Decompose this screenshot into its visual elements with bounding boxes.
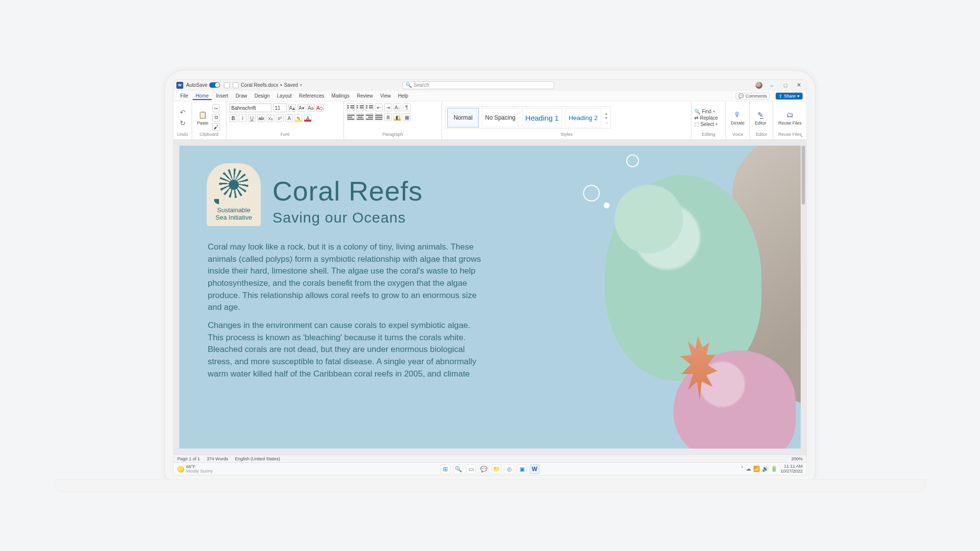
paste-button[interactable]: 📋 Paste	[195, 109, 210, 125]
comments-button[interactable]: 💬 Comments	[735, 93, 770, 100]
show-marks-icon[interactable]: ¶	[403, 103, 411, 111]
onedrive-icon[interactable]: ☁	[746, 466, 751, 472]
style-normal[interactable]: Normal	[447, 108, 479, 127]
font-family-select[interactable]	[229, 103, 271, 112]
battery-icon[interactable]: 🔋	[771, 466, 778, 472]
increase-indent-icon[interactable]: ⇥	[384, 103, 392, 111]
save-button-icon[interactable]	[224, 82, 230, 88]
tab-references[interactable]: References	[296, 92, 327, 100]
zoom-level[interactable]: 200%	[791, 456, 803, 461]
numbering-icon[interactable]	[356, 103, 364, 111]
align-right-icon[interactable]	[366, 113, 373, 121]
task-view-icon[interactable]: ▭	[466, 464, 476, 474]
toggle-switch-icon[interactable]	[209, 82, 220, 88]
borders-icon[interactable]: ▦	[403, 113, 411, 121]
document-paragraph-1[interactable]: Coral may look like a rock, but it is a …	[208, 241, 482, 314]
taskbar-search-icon[interactable]: 🔍	[453, 464, 463, 474]
decrease-indent-icon[interactable]: ⇤	[375, 103, 383, 111]
style-heading2[interactable]: Heading 2	[565, 108, 601, 127]
tab-insert[interactable]: Insert	[213, 92, 231, 100]
dictate-button[interactable]: 🎙Dictate	[729, 109, 746, 125]
grow-font-icon[interactable]: A▴	[288, 104, 296, 112]
tab-mailings[interactable]: Mailings	[328, 92, 352, 100]
subscript-button[interactable]: x₂	[267, 114, 274, 122]
collapse-ribbon-icon[interactable]: ⌄	[800, 133, 804, 138]
document-paragraph-2[interactable]: Changes in the environment can cause cor…	[208, 320, 482, 380]
start-button[interactable]: ⊞	[441, 464, 450, 474]
style-heading1[interactable]: Heading 1	[522, 108, 562, 127]
word-count[interactable]: 374 Words	[207, 456, 228, 461]
document-title[interactable]: Coral Reefs	[272, 175, 423, 207]
volume-icon[interactable]: 🔊	[762, 466, 769, 472]
maximize-button[interactable]: □	[781, 82, 790, 89]
bold-button[interactable]: B	[229, 114, 237, 122]
editor-icon: ✎̲	[755, 109, 766, 120]
store-icon[interactable]: ▣	[517, 464, 527, 474]
find-button[interactable]: 🔍Find▾	[694, 109, 718, 114]
reuse-files-button[interactable]: 🗂Reuse Files	[776, 109, 804, 125]
text-effects-icon[interactable]: A	[285, 114, 293, 122]
tab-help[interactable]: Help	[395, 92, 411, 100]
tab-design[interactable]: Design	[251, 92, 272, 100]
underline-button[interactable]: U	[248, 114, 256, 122]
sort-icon[interactable]: A↓	[393, 103, 401, 111]
close-button[interactable]: ✕	[795, 82, 804, 89]
styles-gallery[interactable]: Normal No Spacing Heading 1 Heading 2 ▴▾…	[445, 106, 611, 129]
user-avatar[interactable]	[756, 82, 762, 89]
tab-layout[interactable]: Layout	[274, 92, 294, 100]
chevron-down-icon: ▾	[797, 94, 800, 99]
autosave-toggle[interactable]: AutoSave	[186, 82, 220, 88]
chevron-down-icon[interactable]: ▾	[300, 83, 302, 87]
select-button[interactable]: ⬚Select▾	[694, 122, 718, 127]
shading-icon[interactable]: ◧	[393, 113, 401, 121]
file-explorer-icon[interactable]: 📁	[491, 464, 501, 474]
multilevel-list-icon[interactable]	[366, 103, 373, 111]
strikethrough-button[interactable]: ab	[257, 114, 265, 122]
font-color-icon[interactable]: A	[304, 114, 312, 122]
weather-widget[interactable]: 68°FMostly Sunny	[177, 465, 213, 474]
tab-home[interactable]: Home	[193, 92, 212, 100]
tab-file[interactable]: File	[177, 92, 191, 100]
search-input[interactable]: 🔍 Search	[402, 81, 554, 89]
language-indicator[interactable]: English (United States)	[235, 456, 280, 461]
coral-illustration	[570, 146, 801, 444]
font-size-select[interactable]	[273, 103, 287, 112]
style-no-spacing[interactable]: No Spacing	[482, 108, 519, 127]
vertical-scrollbar[interactable]	[801, 146, 806, 449]
wifi-icon[interactable]: 📶	[753, 466, 760, 472]
system-tray[interactable]: ˄ ☁ 📶 🔊 🔋	[741, 466, 778, 472]
clear-formatting-icon[interactable]: A◇	[316, 104, 324, 112]
align-center-icon[interactable]	[356, 113, 364, 121]
justify-icon[interactable]	[375, 113, 383, 121]
clock[interactable]: 11:11 AM 10/27/2022	[781, 464, 803, 474]
shrink-font-icon[interactable]: A▾	[297, 104, 305, 112]
document-page[interactable]: SustainableSea Initiative Coral Reefs Sa…	[179, 146, 801, 449]
chevron-up-icon[interactable]: ˄	[741, 466, 744, 472]
italic-button[interactable]: I	[239, 114, 246, 122]
tab-draw[interactable]: Draw	[233, 92, 250, 100]
bullets-icon[interactable]	[347, 103, 355, 111]
tab-view[interactable]: View	[377, 92, 394, 100]
change-case-icon[interactable]: Aa	[307, 104, 315, 112]
page-indicator[interactable]: Page 1 of 1	[177, 456, 200, 461]
superscript-button[interactable]: x²	[276, 114, 284, 122]
format-painter-icon[interactable]: 🖌	[212, 123, 220, 131]
chat-icon[interactable]: 💬	[479, 464, 489, 474]
minimize-button[interactable]: –	[767, 82, 776, 89]
align-left-icon[interactable]	[347, 113, 355, 121]
replace-button[interactable]: ⇄Replace	[694, 115, 718, 121]
copy-icon[interactable]: ⧉	[212, 114, 220, 122]
highlight-color-icon[interactable]: ✎	[294, 114, 302, 122]
redo-icon[interactable]: ↻	[180, 119, 186, 127]
styles-scroll[interactable]: ▴▾⌄	[605, 111, 609, 125]
line-spacing-icon[interactable]: ≣	[384, 113, 392, 121]
editor-button[interactable]: ✎̲Editor	[753, 109, 768, 125]
word-taskbar-icon[interactable]: W	[530, 464, 539, 474]
document-subtitle[interactable]: Saving our Oceans	[272, 209, 406, 226]
share-button[interactable]: ⇪ Share ▾	[776, 93, 803, 100]
document-name[interactable]: Coral Reefs.docx • Saved ▾	[241, 82, 302, 88]
undo-icon[interactable]: ↶	[180, 108, 186, 116]
cut-icon[interactable]: ✂	[212, 104, 220, 112]
edge-icon[interactable]: ◎	[504, 464, 514, 474]
tab-review[interactable]: Review	[354, 92, 376, 100]
